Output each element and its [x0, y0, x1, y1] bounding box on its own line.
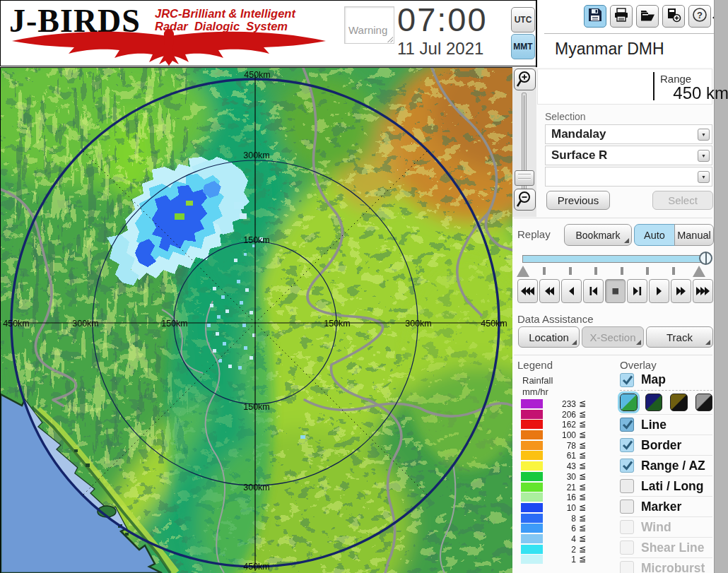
legend-value: 30 — [546, 472, 576, 482]
add-snapshot-button[interactable] — [662, 5, 685, 28]
timeline-tick — [621, 267, 623, 275]
previous-button[interactable]: Previous — [546, 191, 610, 210]
open-folder-button[interactable] — [636, 5, 659, 28]
map-style-gray-black[interactable] — [695, 394, 713, 411]
legend-swatch — [521, 555, 543, 564]
select-button[interactable]: Select — [652, 191, 713, 210]
save-button[interactable] — [584, 5, 606, 28]
play-back-button[interactable] — [561, 279, 582, 303]
station-name: Myanmar DMH — [555, 40, 664, 59]
overlay-item-line[interactable]: Line — [620, 414, 712, 435]
overlay-item-lati-long[interactable]: Lati / Long — [620, 475, 712, 496]
overlay-item-microburst[interactable]: Microburst — [620, 557, 712, 573]
manual-button[interactable]: Manual — [674, 224, 714, 246]
checkbox[interactable] — [620, 561, 634, 573]
legend-swatch — [521, 441, 543, 450]
checkbox[interactable] — [620, 479, 634, 493]
legend-swatch — [521, 430, 543, 439]
overlay-item-label: Map — [641, 372, 666, 387]
play-button[interactable] — [649, 279, 669, 303]
checkbox[interactable] — [620, 373, 634, 387]
x-section-button[interactable]: X-Section — [582, 326, 644, 348]
legend-value: 206 — [546, 410, 576, 420]
legend-operator: ≦ — [579, 398, 586, 408]
map-style-swatches — [620, 390, 712, 414]
stop-button[interactable] — [605, 279, 626, 303]
track-button[interactable]: Track — [646, 326, 713, 348]
header: J-BIRDS JRC-Brilliant & IntelligentRadar… — [0, 0, 728, 67]
ring-label: 450km — [481, 319, 507, 329]
legend-operator: ≦ — [579, 533, 586, 543]
overlay-item-wind[interactable]: Wind — [620, 516, 712, 537]
warning-resize-grip[interactable] — [387, 37, 393, 42]
overlay-item-marker[interactable]: Marker — [620, 496, 712, 516]
legend-operator: ≦ — [579, 502, 586, 512]
legend-value: 21 — [546, 483, 576, 492]
legend-operator: ≦ — [579, 554, 586, 564]
checkbox[interactable] — [620, 438, 634, 452]
data-assistance-label: Data Assistance — [517, 313, 594, 325]
legend-swatch — [521, 545, 543, 554]
legend-operator: ≦ — [579, 471, 586, 481]
replay-timeline[interactable] — [522, 255, 705, 263]
overlay-item-label: Border — [641, 438, 681, 453]
clock-time: 07:00 — [397, 0, 488, 39]
timeline-thumb[interactable] — [699, 252, 712, 265]
checkbox[interactable] — [620, 459, 634, 473]
legend-unit-line1: Rainfall — [522, 375, 553, 386]
legend-value: 4 — [546, 534, 576, 544]
legend-value: 16 — [546, 492, 576, 502]
play-back-icon — [565, 286, 579, 296]
step-back-button[interactable] — [583, 279, 604, 303]
overlay-item-map[interactable]: Map — [620, 370, 712, 390]
ring-label: 300km — [405, 319, 432, 329]
zoom-in-button[interactable] — [514, 69, 536, 90]
zoom-slider-thumb[interactable] — [515, 170, 534, 186]
auto-button[interactable]: Auto — [634, 224, 675, 246]
checkbox[interactable] — [620, 520, 634, 534]
timeline-tick — [594, 267, 597, 275]
legend-swatch — [521, 514, 543, 523]
mmt-button[interactable]: MMT — [511, 34, 535, 59]
legend-label: Legend — [517, 359, 553, 371]
timeline-start-marker[interactable] — [517, 266, 529, 277]
checkbox[interactable] — [620, 500, 634, 514]
ring-label: 450km — [243, 562, 270, 572]
overlay-item-shear-line[interactable]: Shear Line — [620, 537, 712, 557]
warning-box[interactable]: Warning — [344, 6, 394, 44]
chevron-down-icon[interactable]: ▼ — [698, 129, 710, 141]
rewind-button[interactable] — [539, 279, 560, 303]
checkbox[interactable] — [620, 540, 634, 555]
overlay-item-label: Line — [641, 418, 667, 432]
forward-all-button[interactable] — [693, 279, 713, 303]
legend-operator: ≦ — [579, 419, 586, 429]
map-style-navy-green[interactable] — [645, 394, 663, 411]
map-style-green-blue[interactable] — [620, 394, 638, 411]
timeline-tick — [543, 267, 546, 275]
overlay-item-range-az[interactable]: Range / AZ — [620, 455, 712, 475]
map-style-olive-black[interactable] — [670, 394, 688, 411]
checkbox[interactable] — [620, 418, 634, 432]
dropdown-product[interactable]: Surface R ▼ — [545, 146, 712, 165]
radar-map[interactable]: 450km300km150km150km300km450km450km300km… — [0, 67, 512, 573]
bookmark-button[interactable]: Bookmark — [564, 224, 632, 246]
zoom-out-button[interactable] — [514, 189, 536, 211]
timeline-end-marker[interactable] — [693, 266, 705, 277]
dropdown-site[interactable]: Mandalay ▼ — [545, 124, 712, 144]
forward-button[interactable] — [671, 279, 691, 303]
forward-all-icon — [696, 286, 710, 296]
overlay-item-label: Range / AZ — [641, 459, 705, 473]
dropdown-extra[interactable]: ▼ — [545, 167, 712, 187]
chevron-down-icon[interactable]: ▼ — [698, 150, 710, 162]
help-button[interactable]: ? — [688, 5, 711, 28]
forward-icon — [674, 286, 688, 296]
warning-label: Warning — [348, 24, 387, 36]
legend-operator: ≦ — [579, 492, 586, 502]
print-button[interactable] — [610, 5, 633, 28]
chevron-down-icon[interactable]: ▼ — [698, 171, 710, 183]
rewind-all-button[interactable] — [517, 279, 538, 303]
overlay-item-border[interactable]: Border — [620, 435, 712, 455]
step-forward-button[interactable] — [627, 279, 647, 303]
utc-button[interactable]: UTC — [511, 7, 535, 33]
location-button[interactable]: Location — [518, 326, 580, 348]
